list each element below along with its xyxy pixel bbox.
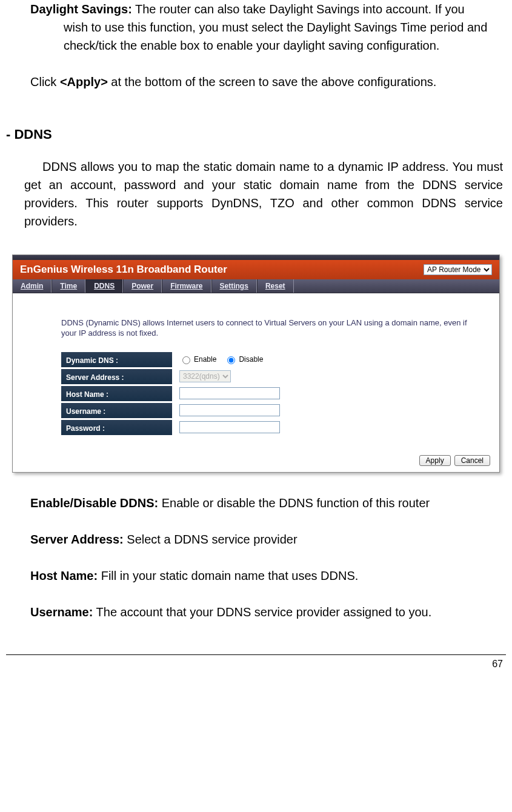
cancel-button[interactable]: Cancel [454,455,490,466]
label-server-address: Server Address : [61,369,172,384]
def-username-label: Username: [30,605,93,619]
def-host-name: Host Name: Fill in your static domain na… [30,567,503,585]
ddns-paragraph: DDNS allows you to map the static domain… [24,158,503,230]
apply-hint-pre: Click [30,75,60,88]
daylight-label: Daylight Savings: [30,2,132,16]
tab-content: DDNS (Dynamic DNS) allows Internet users… [13,293,499,449]
label-host-name: Host Name : [61,386,172,401]
def-enable-disable-text: Enable or disable the DDNS function of t… [158,496,430,510]
radio-enable-wrap[interactable]: Enable [179,354,216,365]
apply-button[interactable]: Apply [419,455,451,466]
def-username: Username: The account that your DDNS ser… [30,603,503,621]
tab-reset[interactable]: Reset [257,279,294,293]
def-enable-disable-label: Enable/Disable DDNS: [30,496,158,510]
radio-disable-label: Disable [239,354,263,365]
def-enable-disable: Enable/Disable DDNS: Enable or disable t… [30,494,503,512]
page-number: 67 [6,657,506,671]
ddns-heading: - DDNS [6,124,506,144]
label-dynamic-dns: Dynamic DNS : [61,352,172,367]
tab-firmware[interactable]: Firmware [162,279,211,293]
tab-time[interactable]: Time [52,279,85,293]
ddns-screen-description: DDNS (Dynamic DNS) allows Internet users… [61,318,481,339]
def-server-address: Server Address: Select a DDNS service pr… [30,530,503,548]
daylight-text-continued: wish to use this function, you must sele… [64,18,503,55]
daylight-savings-paragraph: Daylight Savings: The router can also ta… [30,0,503,55]
row-username: Username : [61,403,481,418]
tab-power[interactable]: Power [123,279,162,293]
router-admin-screenshot: EnGenius Wireless 11n Broadband Router A… [12,255,500,473]
definitions-block: Enable/Disable DDNS: Enable or disable t… [30,494,503,621]
footer-rule [6,654,506,655]
tab-ddns[interactable]: DDNS [85,279,123,293]
row-server-address: Server Address : 3322(qdns) [61,369,481,384]
label-username: Username : [61,403,172,418]
apply-hint-paragraph: Click <Apply> at the bottom of the scree… [30,73,503,91]
button-row: Apply Cancel [13,449,499,472]
def-server-address-label: Server Address: [30,533,124,546]
apply-hint-post: at the bottom of the screen to save the … [108,75,437,88]
def-host-name-label: Host Name: [30,569,98,582]
tab-bar: Admin Time DDNS Power Firmware Settings … [13,279,499,293]
password-input[interactable] [179,421,280,433]
radio-enable-label: Enable [194,354,216,365]
daylight-text-line1: The router can also take Daylight Saving… [132,2,465,16]
row-host-name: Host Name : [61,386,481,401]
radio-enable[interactable] [182,356,190,364]
def-username-text: The account that your DDNS service provi… [93,605,431,619]
def-server-address-text: Select a DDNS service provider [124,533,298,546]
row-password: Password : [61,420,481,435]
username-input[interactable] [179,404,280,416]
radio-disable[interactable] [227,356,235,364]
top-decor-bar [13,255,499,260]
tab-admin[interactable]: Admin [13,279,52,293]
tab-settings[interactable]: Settings [211,279,257,293]
label-password: Password : [61,420,172,435]
apply-hint-bold: <Apply> [60,75,108,88]
mode-select[interactable]: AP Router Mode [424,264,492,275]
router-title-text: EnGenius Wireless 11n Broadband Router [20,262,227,278]
radio-disable-wrap[interactable]: Disable [224,354,263,365]
host-name-input[interactable] [179,387,280,399]
router-title-bar: EnGenius Wireless 11n Broadband Router A… [13,260,499,279]
def-host-name-text: Fill in your static domain name that use… [98,569,358,582]
server-address-select[interactable]: 3322(qdns) [179,370,231,382]
row-dynamic-dns: Dynamic DNS : Enable Disable [61,352,481,367]
